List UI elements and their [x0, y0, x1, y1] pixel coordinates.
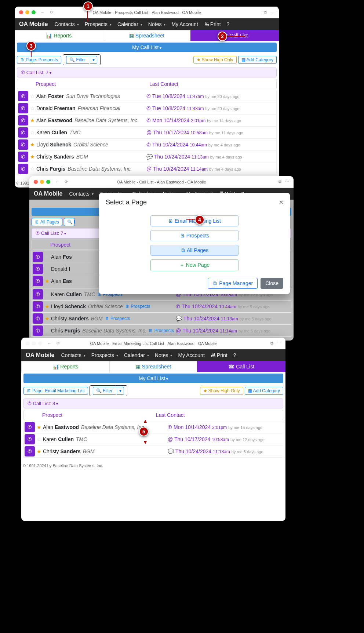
call-list-count[interactable]: ✆ Call List: 7: [17, 68, 277, 77]
menu-help[interactable]: ?: [231, 351, 239, 360]
table-row[interactable]: ✆★Lloyd SchenckOrbital Science✆Thu 10/24…: [17, 139, 277, 151]
col-prospect[interactable]: Prospect: [39, 412, 156, 418]
col-lastcontact[interactable]: Last Contact: [149, 81, 276, 87]
table-row[interactable]: ✆☆Chris FurgisBaseline Data Systems, Inc…: [32, 325, 291, 337]
tab-reports[interactable]: 📊 Reports: [21, 361, 109, 372]
star-icon[interactable]: ☆: [36, 436, 42, 442]
window-controls[interactable]: [34, 180, 50, 184]
star-icon[interactable]: ★: [36, 448, 42, 454]
menu-prospects[interactable]: Prospects: [89, 351, 120, 360]
my-call-list-dropdown[interactable]: My Call List: [23, 374, 283, 383]
menu-notes[interactable]: Notes: [146, 20, 168, 29]
add-category-button[interactable]: ▦ Add Category: [238, 56, 277, 64]
filter-button[interactable]: 🔍 Filter▾: [90, 385, 127, 396]
call-button[interactable]: ✆: [33, 289, 43, 299]
filter-button-partial[interactable]: 🔍 Fi: [64, 218, 75, 226]
star-icon[interactable]: ★: [29, 142, 36, 148]
call-button[interactable]: ✆: [18, 115, 28, 125]
show-high-only-button[interactable]: ★ Show High Only: [193, 56, 237, 64]
call-button[interactable]: ✆: [33, 325, 43, 336]
star-icon[interactable]: ☆: [29, 105, 36, 111]
col-lastcontact[interactable]: Last Contact: [156, 412, 283, 418]
back-icon[interactable]: ←: [41, 10, 45, 15]
window-controls[interactable]: [26, 341, 42, 345]
brand[interactable]: OA Mobile: [34, 190, 63, 197]
call-button[interactable]: ✆: [33, 252, 43, 262]
table-row[interactable]: ✆☆Karen CullenTMC@Thu 10/17/202410:58amb…: [17, 127, 277, 139]
page-option-newpage[interactable]: ＋ New Page: [150, 259, 239, 271]
call-button[interactable]: ✆: [25, 446, 35, 456]
tab-calllist[interactable]: ☎ Call List: [197, 361, 285, 372]
star-icon[interactable]: ☆: [29, 130, 36, 135]
cast-icon[interactable]: ⧉: [264, 10, 267, 15]
call-button[interactable]: ✆: [18, 127, 28, 138]
call-button[interactable]: ✆: [25, 434, 35, 444]
my-call-list-dropdown[interactable]: My Call List: [17, 43, 277, 52]
menu-contacts[interactable]: Contacts: [59, 351, 88, 360]
call-button[interactable]: ✆: [33, 264, 43, 274]
menu-calendar[interactable]: Calendar: [122, 351, 151, 360]
tab-spreadsheet[interactable]: ▦ Spreadsheet: [109, 361, 197, 372]
page-tag[interactable]: 🗎 Prospects: [125, 304, 150, 309]
tab-reports[interactable]: 📊Reports: [15, 30, 103, 41]
close-button[interactable]: Close: [261, 278, 283, 289]
call-button[interactable]: ✆: [33, 301, 43, 312]
page-option-allpages[interactable]: 🗎 All Pages: [150, 245, 239, 256]
menu-contacts[interactable]: Contacts: [67, 189, 96, 198]
call-button[interactable]: ✆: [18, 164, 28, 174]
show-high-only-button[interactable]: ★ Show High Only: [200, 387, 243, 395]
page-manager-button[interactable]: 🗎 Page Manager: [208, 278, 258, 289]
cast-icon[interactable]: ⧉: [279, 179, 281, 184]
table-row[interactable]: ✆☆Chris FurgisBaseline Data Systems, Inc…: [17, 163, 277, 175]
star-icon[interactable]: ☆: [29, 93, 36, 99]
menu-contacts[interactable]: Contacts: [52, 20, 81, 29]
page-button[interactable]: 🗎 All Pages: [32, 218, 62, 226]
table-row[interactable]: ✆★Alan EastwoodBaseline Data Systems, In…: [17, 114, 277, 127]
star-icon[interactable]: ★: [36, 424, 42, 430]
brand[interactable]: OA Mobile: [26, 352, 55, 359]
close-icon[interactable]: ×: [279, 198, 283, 207]
menu-calendar[interactable]: Calendar: [115, 20, 145, 29]
reload-icon[interactable]: ⟳: [57, 341, 60, 346]
tab-calllist[interactable]: ☎Call List: [190, 30, 279, 41]
call-button[interactable]: ✆: [18, 91, 28, 101]
back-icon[interactable]: ←: [55, 179, 59, 184]
menu-myaccount[interactable]: My Account: [169, 20, 200, 29]
star-icon[interactable]: ★: [44, 316, 50, 321]
call-list-count[interactable]: ✆ Call List: 3: [23, 399, 283, 408]
page-tag[interactable]: 🗎 Prospects: [105, 316, 130, 321]
brand[interactable]: OA Mobile: [19, 21, 48, 28]
table-row[interactable]: ✆☆Alan FosterSun Drive Technologies✆Tue …: [17, 90, 277, 102]
col-prospect[interactable]: Prospect: [32, 81, 149, 87]
filter-caret-icon[interactable]: ▾: [117, 387, 124, 395]
star-icon[interactable]: ☆: [44, 328, 50, 334]
star-icon[interactable]: ★: [29, 117, 36, 123]
call-button[interactable]: ✆: [18, 152, 28, 162]
menu-print[interactable]: 🖶Print: [202, 20, 223, 29]
call-button[interactable]: ✆: [33, 276, 43, 286]
menu-notes[interactable]: Notes: [153, 351, 175, 360]
star-icon[interactable]: ☆: [44, 254, 50, 260]
table-row[interactable]: ✆★Christy SandersBGM💬Thu 10/24/202411:13…: [23, 445, 283, 458]
more-icon[interactable]: ⋯: [285, 179, 289, 184]
menu-help[interactable]: ?: [225, 20, 232, 29]
call-button[interactable]: ✆: [18, 103, 28, 113]
table-row[interactable]: ✆☆Donald FreemanFreeman Financial✆Tue 10…: [17, 102, 277, 114]
star-icon[interactable]: ★: [29, 154, 36, 160]
star-icon[interactable]: ★: [44, 278, 50, 284]
table-row[interactable]: ✆☆Karen CullenTMC@Thu 10/17/202410:58amb…: [23, 433, 283, 445]
table-row[interactable]: ✆★Christy SandersBGM🗎 Prospects💬Thu 10/2…: [32, 313, 291, 325]
star-icon[interactable]: ★: [44, 303, 50, 309]
menu-print[interactable]: 🖶Print: [208, 351, 230, 360]
more-icon[interactable]: ⋯: [277, 341, 281, 346]
menu-myaccount[interactable]: My Account: [176, 351, 207, 360]
page-button[interactable]: 🗎 Page: Email Marketing List: [23, 387, 88, 395]
star-icon[interactable]: ☆: [29, 166, 36, 172]
filter-caret-icon[interactable]: ▾: [90, 56, 97, 64]
table-row[interactable]: ✆★Lloyd SchenckOrbital Science🗎 Prospect…: [32, 301, 291, 313]
back-icon[interactable]: ←: [47, 341, 51, 346]
page-tag[interactable]: 🗎 Prospects: [149, 328, 174, 333]
reload-icon[interactable]: ⟳: [65, 179, 68, 184]
add-category-button[interactable]: ▦ Add Category: [245, 387, 283, 395]
table-row[interactable]: ✆★Christy SandersBGM💬Thu 10/24/202411:13…: [17, 151, 277, 163]
